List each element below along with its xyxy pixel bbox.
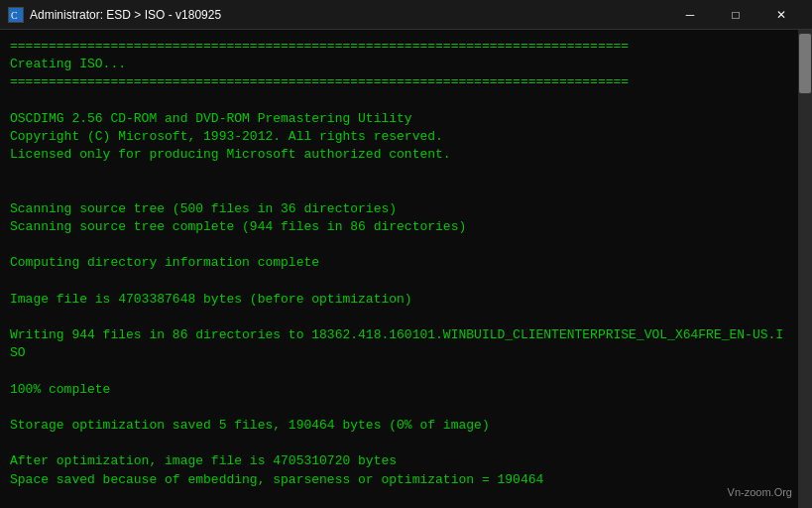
svg-text:C: C: [11, 10, 18, 21]
scrollbar[interactable]: [798, 30, 812, 508]
window-title: Administrator: ESD > ISO - v180925: [30, 8, 667, 22]
maximize-button[interactable]: □: [713, 0, 758, 30]
minimize-button[interactable]: ─: [667, 0, 713, 30]
cmd-window: C Administrator: ESD > ISO - v180925 ─ □…: [0, 0, 812, 508]
scrollbar-thumb[interactable]: [799, 34, 811, 93]
console-area: ========================================…: [0, 30, 812, 508]
cmd-icon: C: [8, 7, 24, 23]
close-button[interactable]: ✕: [758, 0, 804, 30]
console-output[interactable]: ========================================…: [0, 30, 798, 508]
title-bar: C Administrator: ESD > ISO - v180925 ─ □…: [0, 0, 812, 30]
watermark: Vn-zoom.Org: [728, 486, 792, 498]
window-controls: ─ □ ✕: [667, 0, 804, 30]
